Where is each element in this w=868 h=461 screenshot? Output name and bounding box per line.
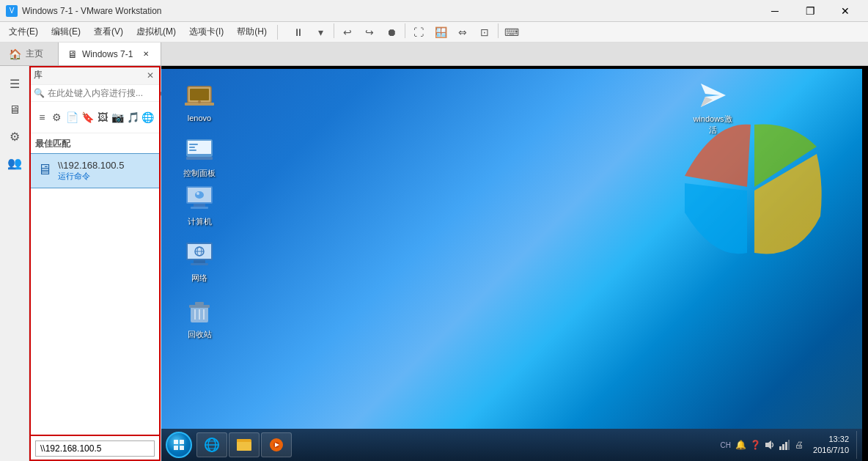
window-controls: ─ ❐ ✕ (758, 0, 862, 22)
toolbar-dropdown-icon[interactable]: ▾ (310, 23, 331, 41)
computer-label: 计算机 (185, 215, 214, 228)
activate-icon (698, 81, 727, 110)
desktop-icon-recycle[interactable]: 回收站 (176, 296, 223, 341)
svg-point-3 (198, 100, 201, 103)
svg-point-16 (195, 191, 204, 199)
svg-rect-6 (186, 157, 213, 160)
toolbar-autofit-icon[interactable]: ⊡ (474, 23, 495, 41)
systray-network-icon[interactable] (778, 438, 791, 451)
network-label: 网络 (189, 272, 210, 284)
menu-file[interactable]: 文件(E) (3, 23, 44, 41)
menu-view[interactable]: 查看(V) (88, 23, 129, 41)
toolbar-divider-3 (498, 23, 499, 38)
svg-rect-26 (189, 305, 210, 308)
lib-item-action[interactable]: 运行命令 (58, 171, 152, 182)
search-icon: 🔍 (34, 88, 45, 98)
sidebar-header: 库 ✕ (29, 66, 161, 85)
nav-icon-file[interactable]: 📄 (65, 108, 79, 127)
toolbar-fullscreen-icon[interactable]: ⛶ (408, 23, 429, 41)
desktop-icon-computer[interactable]: 计算机 (176, 183, 223, 228)
show-desktop-button[interactable] (856, 431, 862, 459)
nav-menu-icon[interactable]: ☰ (3, 72, 26, 95)
svg-rect-51 (788, 440, 790, 450)
desktop-icon-lenovo[interactable]: lenovo (176, 81, 223, 123)
best-match-label: 最佳匹配 (29, 133, 161, 153)
title-bar-text: Windows 7-1 - VMware Workstation (22, 6, 162, 16)
toolbar-suspend-icon[interactable]: ⏺ (381, 23, 402, 41)
nav-icon-camera[interactable]: 📷 (111, 108, 125, 127)
menu-vm[interactable]: 虚拟机(M) (130, 23, 182, 41)
nav-icon-list[interactable]: ≡ (35, 108, 49, 127)
start-orb-icon (166, 432, 192, 458)
toolbar-stretch-icon[interactable]: ⇔ (452, 23, 473, 41)
home-tab-label: 主页 (26, 48, 43, 60)
nav-icon-bookmark[interactable]: 🔖 (81, 108, 95, 127)
sidebar-nav: ≡ ⚙ 📄 🔖 🖼 📷 🎵 🌐 (29, 102, 161, 133)
toolbar-divider-2 (405, 23, 405, 38)
toolbar-forward-icon[interactable]: ↪ (359, 23, 380, 41)
sidebar-bottom (29, 435, 161, 461)
svg-rect-49 (782, 444, 784, 450)
taskbar-explorer-icon[interactable] (229, 432, 260, 457)
svg-rect-41 (237, 442, 251, 451)
lib-item-icon: 🖥 (37, 161, 52, 178)
desktop-icons-col1: lenovo 控制面板 (176, 81, 223, 180)
restore-button[interactable]: ❐ (793, 0, 827, 22)
lib-item-name: \\192.168.100.5 (58, 160, 152, 171)
taskbar-ie-icon[interactable] (196, 432, 227, 457)
svg-rect-9 (189, 150, 196, 151)
desktop-icon-controlpanel[interactable]: 控制面板 (176, 135, 223, 180)
nav-settings-icon[interactable]: ⚙ (3, 125, 26, 148)
taskbar-media-icon[interactable] (261, 432, 292, 457)
search-input[interactable] (48, 88, 158, 98)
toolbar-send-ctrl-icon[interactable]: ⌨ (501, 23, 522, 41)
systray-question-icon[interactable]: ❓ (749, 438, 762, 451)
menu-help[interactable]: 帮助(H) (231, 23, 273, 41)
nav-icon-globe[interactable]: 🌐 (141, 108, 155, 127)
tab-home[interactable]: 🏠 主页 (0, 43, 59, 65)
nav-vm-icon[interactable]: 🖥 (3, 98, 26, 122)
desktop-icon-network[interactable]: 网络 (176, 240, 223, 284)
close-button[interactable]: ✕ (828, 0, 862, 22)
bottom-search-input[interactable] (35, 440, 155, 457)
minimize-button[interactable]: ─ (758, 0, 792, 22)
controlpanel-icon (185, 135, 214, 164)
tab-bar: 🏠 主页 🖥 Windows 7-1 ✕ (0, 43, 868, 66)
lib-item[interactable]: 🖥 \\192.168.100.5 运行命令 (29, 153, 161, 188)
svg-rect-20 (194, 260, 205, 263)
toolbar-back-icon[interactable]: ↩ (337, 23, 358, 41)
tab-windows7[interactable]: 🖥 Windows 7-1 ✕ (59, 43, 161, 65)
windows7-tab-label: Windows 7-1 (82, 49, 133, 59)
svg-rect-14 (194, 204, 205, 207)
vm-desktop: lenovo 控制面板 (161, 66, 868, 461)
sidebar-close-button[interactable]: ✕ (144, 70, 156, 81)
svg-rect-33 (174, 446, 178, 450)
menu-edit[interactable]: 编辑(E) (45, 23, 87, 41)
start-button[interactable] (164, 431, 194, 459)
clock-date: 2016/7/10 (813, 445, 849, 456)
toolbar-unity-icon[interactable]: 🪟 (430, 23, 451, 41)
systray-volume-icon[interactable] (763, 438, 776, 451)
svg-rect-50 (785, 442, 787, 450)
windows7-tab-close[interactable]: ✕ (140, 48, 152, 60)
svg-rect-1 (190, 89, 209, 100)
nav-icon-audio[interactable]: 🎵 (126, 108, 140, 127)
sidebar-nav-row: ≡ ⚙ 📄 🔖 🖼 📷 🎵 🌐 (29, 105, 161, 130)
menu-tab[interactable]: 选项卡(I) (183, 23, 229, 41)
systray-print-icon[interactable]: 🖨 (792, 438, 806, 451)
menu-separator-1 (277, 25, 278, 40)
svg-marker-47 (765, 440, 771, 449)
svg-rect-34 (180, 446, 184, 450)
svg-rect-32 (180, 440, 184, 444)
taskbar-items (196, 432, 292, 457)
systray-speaker-icon[interactable]: 🔔 (734, 438, 747, 451)
toolbar-pause-icon[interactable]: ⏸ (288, 23, 309, 41)
search-box[interactable]: 🔍 ▼ (29, 85, 161, 102)
nav-icon-image[interactable]: 🖼 (96, 108, 110, 127)
svg-point-17 (196, 192, 199, 195)
controlpanel-label: 控制面板 (181, 167, 218, 180)
taskbar: CH 🔔 ❓ (161, 429, 868, 461)
svg-rect-21 (191, 263, 208, 265)
nav-team-icon[interactable]: 👥 (3, 151, 26, 174)
nav-icon-server[interactable]: ⚙ (51, 108, 65, 127)
